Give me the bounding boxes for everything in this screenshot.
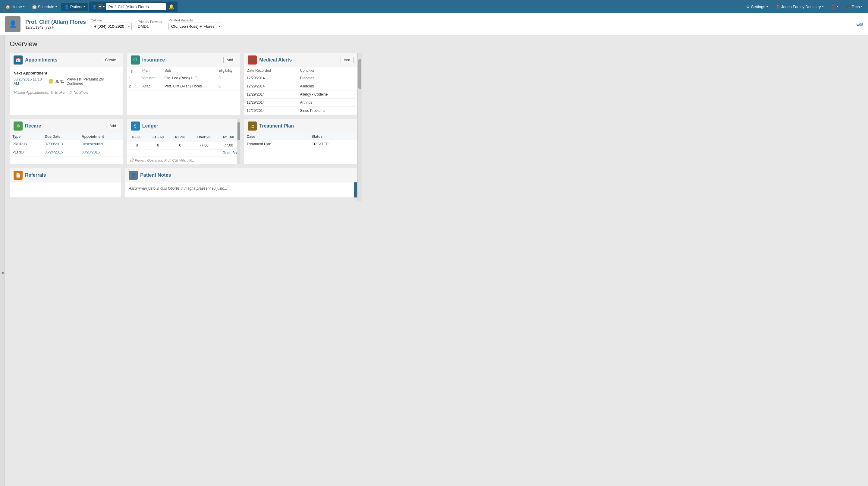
nav-patient[interactable]: 👤 Patient ▾ — [61, 3, 88, 11]
tp-col-status: Status — [309, 133, 357, 140]
recare-row: PERIO 05/24/2015 08/20/2015 — [10, 148, 123, 156]
broken-label: Broken — [55, 90, 67, 95]
next-appt-label: Next Appointment — [13, 71, 119, 75]
nav-tech-label: Tech — [852, 4, 860, 9]
tp-col-case: Case — [244, 133, 309, 140]
medical-alerts-header-left: ➕ Medical Alerts — [248, 56, 292, 64]
treatment-plan-card: 🗂 Treatment Plan Case — [244, 119, 358, 164]
ledger-scrollbar[interactable] — [237, 119, 240, 164]
medical-alerts-add-btn[interactable]: Add — [341, 57, 353, 63]
navbar: 🏠 Home ▾ 📅 Schedule ▾ 👤 Patient ▾ 👤 + ▾ … — [0, 0, 868, 13]
patient-search-input[interactable] — [106, 3, 166, 10]
nav-settings[interactable]: ⚙ Settings ▾ — [743, 3, 771, 11]
medical-alerts-card: ➕ Medical Alerts Add D — [244, 53, 358, 115]
recare-appt[interactable]: Unscheduled — [79, 140, 123, 148]
appt-date-link[interactable]: 08/20/2015 11:10 AM — [13, 77, 46, 86]
referrals-icon: 📄 — [13, 171, 23, 180]
guarantor-icon: 📋 — [130, 158, 134, 162]
ins-col-sub: Sub — [163, 67, 217, 74]
alerts-table: Date Recorded Condition 12/29/2014 Diabe… — [244, 67, 357, 115]
recare-appt[interactable]: 08/20/2015 — [79, 148, 123, 156]
alerts-col-date: Date Recorded — [244, 67, 298, 74]
patient-caret-icon: ▾ — [84, 5, 85, 8]
recare-add-btn[interactable]: Add — [106, 123, 119, 129]
ledger-scrollbar-thumb — [238, 122, 240, 140]
settings-caret-icon: ▾ — [767, 5, 768, 8]
ledger-table: 0 - 30 31 - 60 61 -90 Over 90 Pt. Bal — [127, 133, 240, 150]
recare-due: 07/09/2013 — [42, 140, 79, 148]
patient-notes-title: Patient Notes — [140, 173, 171, 178]
edit-link[interactable]: Edit — [857, 22, 863, 27]
alert-date: 12/29/2014 — [244, 90, 298, 99]
call-me-label: Call me — [91, 19, 132, 22]
appt-provider: JEN1 — [55, 79, 64, 84]
nav-tech[interactable]: 🎧 Tech ▾ — [843, 3, 866, 11]
patient-icon: 👤 — [64, 4, 69, 9]
appointments-card-header: 📅 Appointments Create — [10, 53, 123, 67]
notify-icon: 🔔 — [168, 4, 175, 10]
ledger-col-ptbal: Pt. Bal — [217, 133, 240, 142]
alert-condition: Allergies — [298, 82, 357, 90]
patient-notes-card: 👤 Patient Notes Assumman justo in duis l… — [125, 168, 358, 198]
ledger-v3160: 0 — [147, 142, 170, 150]
related-label: Related Patients — [168, 19, 222, 22]
alert-row: 12/29/2014 Arthritis — [244, 99, 357, 107]
referrals-card: 📄 Referrals — [10, 168, 121, 198]
call-me-select[interactable]: H (004) 010-2920 — [91, 23, 132, 30]
mid-cards-row: ♻ Recare Add Type — [10, 119, 358, 164]
page-body: ◀ Overview 📅 Appointments — [0, 35, 868, 486]
nav-help[interactable]: ❓ ▾ — [828, 3, 841, 11]
cards-row-1: 📅 Appointments Create Next Appointment 0… — [10, 53, 358, 202]
schedule-icon: 📅 — [32, 4, 37, 9]
ins-plan[interactable]: Virtucon — [141, 74, 163, 82]
appointments-create-btn[interactable]: Create — [102, 57, 119, 63]
call-me-select-wrapper[interactable]: H (004) 010-2920 — [91, 23, 132, 30]
medical-alerts-header: ➕ Medical Alerts Add — [244, 53, 357, 67]
tp-table: Case Status Treatment Plan CREATED — [244, 133, 357, 148]
page-scrollbar[interactable] — [358, 53, 362, 202]
ins-col-plan: Plan — [141, 67, 163, 74]
insurance-row: 1 Virtucon Ofc. Leo (Ross) H Fl... O — [127, 74, 240, 82]
patient-notes-body: Assumman justo in duis lobortis in magna… — [125, 182, 357, 198]
patient-name[interactable]: Prof. Cliff (Allan) Flores — [25, 19, 86, 25]
insurance-add-btn[interactable]: Add — [223, 57, 236, 63]
recare-icon: ♻ — [13, 121, 23, 130]
tp-case: Treatment Plan — [244, 140, 309, 148]
primary-guarantor: 📋 Primary Guarantor: Prof. Cliff (Allan)… — [127, 156, 240, 164]
nav-schedule-label: Schedule — [38, 4, 54, 9]
tp-row: Treatment Plan CREATED — [244, 140, 357, 148]
ledger-card-header: $ Ledger — [127, 119, 240, 133]
appointments-icon: 📅 — [13, 56, 23, 64]
insurance-row: 2 Aflac Prof. Cliff (Allan) Flores O — [127, 82, 240, 90]
nav-home[interactable]: 🏠 Home ▾ — [2, 3, 28, 11]
alert-condition: Diabetes — [298, 74, 357, 82]
insurance-body: Ty... Plan Sub Eligibility 1 Virtucon Of… — [127, 67, 240, 90]
provider-field: Primary Provider DMD1 — [138, 20, 162, 29]
notes-scrollbar[interactable] — [354, 182, 357, 198]
alert-date: 12/29/2014 — [244, 74, 298, 82]
nav-schedule[interactable]: 📅 Schedule ▾ — [29, 3, 60, 11]
related-select-wrapper[interactable]: Ofc. Leo (Ross) H Flores — [168, 23, 222, 30]
related-select[interactable]: Ofc. Leo (Ross) H Flores — [168, 23, 222, 30]
appt-details: PrevRest, PerMaint 2hr Confirmed — [67, 77, 119, 86]
ins-plan[interactable]: Aflac — [141, 82, 163, 90]
missed-appt: Missed Appointments: 0 Broken 0 No Show — [13, 90, 119, 95]
tp-icon: 🗂 — [248, 121, 257, 130]
practice-caret-icon: ▾ — [822, 5, 824, 8]
guar-bal-link[interactable]: Guar. Bal — [222, 151, 238, 155]
patient-header: 👤 Prof. Cliff (Allan) Flores 12/25/1942 … — [0, 13, 868, 35]
noshow-label: No Show — [73, 90, 88, 95]
patient-notes-header: 👤 Patient Notes — [125, 168, 357, 182]
sidebar-toggle[interactable]: ◀ — [0, 35, 5, 486]
scrollbar-thumb — [358, 59, 361, 89]
home-icon: 🏠 — [5, 4, 10, 9]
bottom-cards-row: 📄 Referrals — [10, 168, 358, 198]
patient-notes-preview: Assumman justo in duis lobortis in magna… — [129, 186, 227, 190]
insurance-table: Ty... Plan Sub Eligibility 1 Virtucon Of… — [127, 67, 240, 90]
patient-tab-plus: + — [98, 4, 102, 9]
appointments-body: Next Appointment 08/20/2015 11:10 AM JEN… — [10, 67, 123, 98]
nav-practice[interactable]: 📍 Jones Family Dentistry ▾ — [772, 3, 827, 11]
alert-date: 12/29/2014 — [244, 82, 298, 90]
patient-tab-icon: 👤 — [92, 4, 97, 9]
referrals-title: Referrals — [25, 173, 46, 178]
